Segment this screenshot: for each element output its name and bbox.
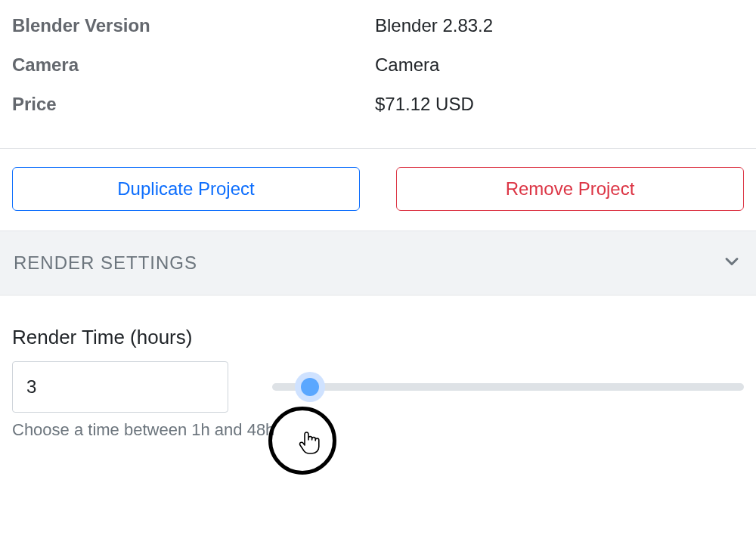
project-actions-row: Duplicate Project Remove Project [0,149,756,231]
info-row-price: Price $71.12 USD [12,94,744,115]
info-row-blender-version: Blender Version Blender 2.83.2 [12,15,744,36]
duplicate-project-button[interactable]: Duplicate Project [12,167,360,211]
render-settings-title: RENDER SETTINGS [14,252,197,274]
camera-value: Camera [375,54,439,76]
blender-version-value: Blender 2.83.2 [375,15,493,36]
render-time-label: Render Time (hours) [12,326,744,349]
render-time-slider[interactable] [272,361,744,413]
slider-track [272,383,744,391]
render-settings-body: Render Time (hours) Choose a time betwee… [0,296,756,440]
camera-label: Camera [12,54,375,76]
project-info-section: Blender Version Blender 2.83.2 Camera Ca… [0,0,756,141]
render-time-row [12,361,744,413]
chevron-down-icon [721,251,742,275]
remove-project-button[interactable]: Remove Project [396,167,744,211]
slider-thumb[interactable] [295,372,325,402]
render-settings-header[interactable]: RENDER SETTINGS [0,231,756,296]
render-time-input[interactable] [12,361,228,413]
info-row-camera: Camera Camera [12,54,744,76]
slider-thumb-inner [301,378,319,396]
price-label: Price [12,94,375,115]
render-time-help-text: Choose a time between 1h and 48h [12,420,744,440]
price-value: $71.12 USD [375,94,474,115]
blender-version-label: Blender Version [12,15,375,36]
